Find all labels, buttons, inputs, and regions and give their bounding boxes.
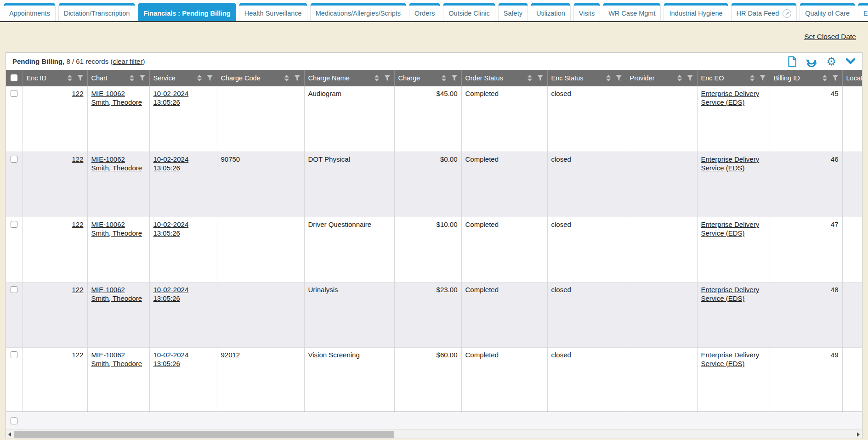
row-checkbox[interactable] (11, 221, 17, 228)
tab-utilization[interactable]: Utilization (531, 3, 571, 21)
footer-checkbox[interactable] (11, 417, 17, 424)
filter-icon[interactable] (832, 75, 839, 81)
tab-dictation-transcription[interactable]: Dictation/Transcription (58, 3, 136, 21)
tab-hr-data-feed[interactable]: HR Data Feed ↗ (731, 3, 797, 21)
column-header-order-status[interactable]: Order Status (461, 70, 547, 86)
service-time-link[interactable]: 13:05:26 (153, 164, 180, 172)
service-date-link[interactable]: 10-02-2024 (153, 285, 189, 294)
tab-medications-allergies-scripts[interactable]: Medications/Allergies/Scripts (310, 3, 406, 21)
clear-filter-link[interactable]: clear filter (113, 57, 142, 65)
horizontal-scrollbar[interactable] (6, 429, 862, 439)
enc-eo-link[interactable]: Enterprise Delivery Service (EDS) (701, 155, 760, 172)
tab-label: Financials : Pending Billing (143, 10, 230, 17)
enc-eo-link[interactable]: Enterprise Delivery Service (EDS) (701, 220, 760, 237)
tab-wr-case-mgmt[interactable]: WR Case Mgmt (603, 3, 661, 21)
enc-id-link[interactable]: 122 (72, 351, 83, 359)
sort-icon[interactable] (442, 75, 446, 81)
service-time-link[interactable]: 13:05:26 (153, 229, 180, 237)
filter-icon[interactable] (537, 75, 544, 81)
enc-eo-link[interactable]: Enterprise Delivery Service (EDS) (701, 286, 760, 302)
filter-icon[interactable] (207, 75, 213, 81)
service-time-link[interactable]: 13:05:26 (153, 294, 180, 303)
chart-id-link[interactable]: MIE-10062 (91, 89, 125, 98)
tab-orders[interactable]: Orders (409, 3, 440, 21)
set-closed-date-link[interactable]: Set Closed Date (804, 33, 856, 41)
chart-name-link[interactable]: Smith, Theodore (91, 229, 142, 237)
filter-icon[interactable] (77, 75, 84, 81)
select-all-checkbox[interactable] (11, 74, 17, 81)
column-header-provider[interactable]: Provider (626, 70, 697, 86)
chart-name-link[interactable]: Smith, Theodore (91, 359, 142, 368)
sort-icon[interactable] (284, 75, 289, 81)
sort-icon[interactable] (130, 75, 134, 81)
row-checkbox[interactable] (11, 351, 17, 358)
column-header-service[interactable]: Service (149, 70, 217, 86)
chart-id-link[interactable]: MIE-10062 (91, 350, 125, 359)
chart-id-link[interactable]: MIE-10062 (91, 155, 125, 164)
service-time-link[interactable]: 13:05:26 (153, 98, 180, 107)
sort-icon[interactable] (677, 75, 682, 81)
new-document-icon[interactable] (788, 56, 797, 67)
filter-icon[interactable] (384, 75, 391, 81)
filter-icon[interactable] (451, 75, 458, 81)
column-header-charge[interactable]: Charge (394, 70, 461, 86)
column-header-billing-id[interactable]: Billing ID (770, 70, 842, 86)
sort-icon[interactable] (750, 75, 755, 81)
row-checkbox[interactable] (11, 286, 17, 293)
scrollbar-thumb[interactable] (14, 431, 394, 438)
service-date-link[interactable]: 10-02-2024 (153, 89, 189, 98)
tab-appointments[interactable]: Appointments (4, 3, 56, 21)
tab-safety[interactable]: Safety (498, 3, 528, 21)
chart-id-link[interactable]: MIE-10062 (91, 285, 125, 294)
enc-id-link[interactable]: 122 (72, 90, 83, 97)
sort-icon[interactable] (197, 75, 202, 81)
enc-eo-link[interactable]: Enterprise Delivery Service (EDS) (701, 351, 760, 367)
chart-name-link[interactable]: Smith, Theodore (91, 98, 142, 107)
tab-quality-of-care[interactable]: Quality of Care (800, 3, 855, 21)
chart-id-link[interactable]: MIE-10062 (91, 220, 125, 229)
scroll-left-arrow[interactable] (6, 430, 13, 439)
tab-health-surveillance[interactable]: Health Surveillance (239, 3, 307, 21)
column-header-location[interactable]: Locatio (842, 70, 862, 86)
sort-icon[interactable] (823, 75, 827, 81)
filter-icon[interactable] (687, 75, 693, 81)
chevron-down-icon[interactable] (845, 58, 856, 65)
enc-id-link[interactable]: 122 (72, 155, 83, 163)
filter-icon[interactable] (139, 75, 146, 81)
column-header-enc-status[interactable]: Enc Status (547, 70, 626, 86)
column-header-charge-name[interactable]: Charge Name (304, 70, 394, 86)
filter-icon[interactable] (616, 75, 622, 81)
enc-id-link[interactable]: 122 (72, 286, 83, 293)
column-header-enc-id[interactable]: Enc ID (23, 70, 87, 86)
enc-eo-link[interactable]: Enterprise Delivery Service (EDS) (701, 90, 760, 106)
tab-financials-pending-billing[interactable]: Financials : Pending Billing (138, 3, 236, 21)
row-checkbox[interactable] (11, 156, 17, 163)
row-checkbox[interactable] (11, 90, 17, 97)
sort-icon[interactable] (374, 75, 379, 81)
sort-icon[interactable] (606, 75, 611, 81)
enc-id-link[interactable]: 122 (72, 220, 83, 228)
gear-icon[interactable]: ⚙ (826, 56, 836, 67)
sort-icon[interactable] (528, 75, 532, 81)
tab-executive-dashboard[interactable]: Executive Das (858, 3, 868, 21)
chart-name-link[interactable]: Smith, Theodore (91, 164, 142, 172)
tab-visits[interactable]: Visits (573, 3, 600, 21)
table-row: 122 MIE-10062Smith, Theodore 10-02-20241… (6, 86, 862, 152)
filter-icon[interactable] (294, 75, 301, 81)
service-date-link[interactable]: 10-02-2024 (153, 155, 189, 164)
service-date-link[interactable]: 10-02-2024 (153, 220, 189, 229)
filter-icon[interactable] (760, 75, 766, 81)
header-select-all[interactable] (6, 70, 23, 86)
service-time-link[interactable]: 13:05:26 (153, 359, 180, 368)
column-header-chart[interactable]: Chart (87, 70, 149, 86)
service-date-link[interactable]: 10-02-2024 (153, 350, 189, 359)
column-header-enc-eo[interactable]: Enc EO (697, 70, 770, 86)
refresh-icon[interactable] (806, 56, 817, 67)
column-header-charge-code[interactable]: Charge Code (217, 70, 304, 86)
scroll-right-arrow[interactable] (855, 430, 862, 439)
cell-charge-name: Vision Screening (304, 347, 394, 412)
tab-industrial-hygiene[interactable]: Industrial Hygiene (664, 3, 728, 21)
tab-outside-clinic[interactable]: Outside Clinic (443, 3, 495, 21)
sort-icon[interactable] (68, 75, 72, 81)
chart-name-link[interactable]: Smith, Theodore (91, 294, 142, 303)
